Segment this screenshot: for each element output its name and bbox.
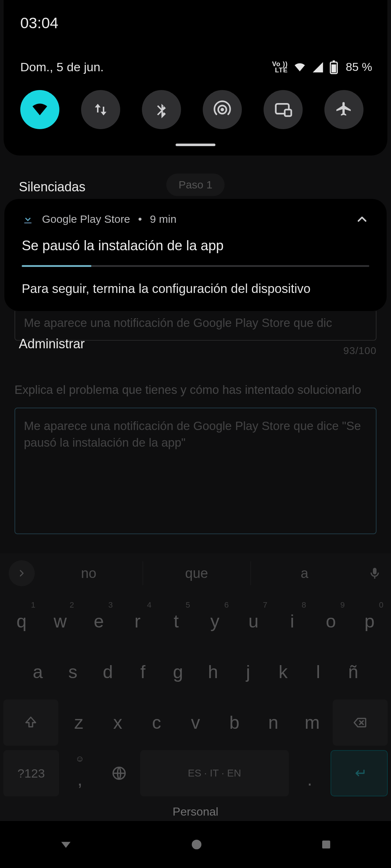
key-g[interactable]: g <box>161 649 194 695</box>
battery-icon <box>329 60 339 74</box>
nav-home-button[interactable] <box>189 837 204 852</box>
shade-drag-handle[interactable] <box>176 144 215 146</box>
expand-toolbar-button[interactable] <box>9 560 35 586</box>
key-t[interactable]: 5t <box>158 598 194 644</box>
key-o[interactable]: 9o <box>312 598 349 644</box>
notification-time: 9 min <box>150 213 176 225</box>
qs-hotspot-toggle[interactable] <box>203 90 242 129</box>
collapse-button[interactable] <box>355 212 369 226</box>
period-key[interactable]: . <box>291 750 328 796</box>
backspace-key[interactable] <box>333 699 388 746</box>
comma-emoji-key[interactable]: ☺ , <box>61 750 98 796</box>
keyboard-brand: Personal <box>0 799 391 823</box>
key-f[interactable]: f <box>126 649 159 695</box>
key-e[interactable]: 3e <box>81 598 117 644</box>
svg-rect-2 <box>322 841 330 848</box>
qs-cast-toggle[interactable] <box>264 90 303 129</box>
globe-icon <box>111 765 127 781</box>
enter-icon <box>350 766 368 780</box>
volte-icon: Vo )) LTE <box>272 61 288 73</box>
key-h[interactable]: h <box>197 649 230 695</box>
soft-keyboard: no que a 1q2w3e4r5t6y7u8i9o0p asdfghjklñ… <box>0 553 391 821</box>
svg-rect-10 <box>24 222 31 224</box>
triangle-down-icon <box>58 837 74 852</box>
nav-back-button[interactable] <box>58 837 74 852</box>
install-progress <box>22 265 369 267</box>
svg-rect-5 <box>332 64 336 72</box>
symbols-key[interactable]: ?123 <box>3 750 59 796</box>
suggestion-3[interactable]: a <box>251 553 358 593</box>
circle-icon <box>189 837 204 852</box>
key-m[interactable]: m <box>294 699 331 746</box>
airplane-icon <box>335 101 353 119</box>
qs-mobiledata-toggle[interactable] <box>81 90 120 129</box>
microphone-icon <box>367 566 382 580</box>
bluetooth-icon <box>153 101 170 118</box>
explain-textarea[interactable]: Me aparece una notificación de Google Pl… <box>14 408 377 534</box>
shift-icon <box>24 715 38 730</box>
data-icon <box>92 101 109 118</box>
notification-shade[interactable]: 03:04 Dom., 5 de jun. Vo )) LTE 85 % <box>4 0 387 156</box>
enter-key[interactable] <box>331 750 388 796</box>
manage-button[interactable]: Administrar <box>0 336 85 352</box>
wifi-icon <box>30 100 50 119</box>
key-ñ[interactable]: ñ <box>337 649 370 695</box>
battery-percent: 85 % <box>346 60 372 74</box>
svg-rect-4 <box>333 60 335 62</box>
key-z[interactable]: z <box>60 699 97 746</box>
download-icon <box>22 213 34 225</box>
key-c[interactable]: c <box>138 699 175 746</box>
step-chip: Paso 1 <box>166 174 224 196</box>
notification-title: Se pausó la instalación de la app <box>22 238 369 254</box>
backspace-icon <box>352 715 369 730</box>
key-y[interactable]: 6y <box>197 598 233 644</box>
svg-point-6 <box>220 108 224 111</box>
key-x[interactable]: x <box>99 699 136 746</box>
system-nav-bar <box>0 821 391 868</box>
notification-message: Para seguir, termina la configuración de… <box>22 281 369 296</box>
language-key[interactable] <box>101 750 138 796</box>
mic-button[interactable] <box>358 566 391 580</box>
svg-rect-9 <box>285 110 291 116</box>
silenced-header: Silenciadas <box>0 161 85 195</box>
status-date: Dom., 5 de jun. <box>20 60 104 74</box>
key-d[interactable]: d <box>92 649 125 695</box>
status-clock: 03:04 <box>4 0 387 32</box>
key-j[interactable]: j <box>232 649 265 695</box>
chevron-right-icon <box>16 568 27 579</box>
nav-recents-button[interactable] <box>319 838 333 851</box>
qs-airplane-toggle[interactable] <box>324 90 363 129</box>
key-u[interactable]: 7u <box>235 598 272 644</box>
notification-card[interactable]: Google Play Store • 9 min Se pausó la in… <box>4 199 387 311</box>
key-i[interactable]: 8i <box>274 598 311 644</box>
explain-label: Explica el problema que tienes y cómo ha… <box>14 382 377 398</box>
notification-app-name: Google Play Store <box>42 213 130 225</box>
qs-wifi-toggle[interactable] <box>20 90 59 129</box>
key-v[interactable]: v <box>177 699 214 746</box>
key-k[interactable]: k <box>267 649 300 695</box>
square-icon <box>319 838 333 851</box>
key-r[interactable]: 4r <box>119 598 156 644</box>
key-a[interactable]: a <box>21 649 54 695</box>
qs-bluetooth-toggle[interactable] <box>142 90 181 129</box>
signal-icon <box>312 61 324 73</box>
shift-key[interactable] <box>3 699 58 746</box>
wifi-icon <box>293 61 307 73</box>
suggestion-2[interactable]: que <box>143 553 251 593</box>
key-q[interactable]: 1q <box>3 598 40 644</box>
key-p[interactable]: 0p <box>351 598 388 644</box>
hotspot-icon <box>213 100 232 119</box>
space-key[interactable]: ES · IT · EN <box>140 750 289 796</box>
key-l[interactable]: l <box>302 649 335 695</box>
key-n[interactable]: n <box>255 699 291 746</box>
key-w[interactable]: 2w <box>42 598 79 644</box>
key-s[interactable]: s <box>56 649 89 695</box>
suggestion-1[interactable]: no <box>35 553 143 593</box>
status-icons: Vo )) LTE 85 % <box>272 60 372 74</box>
key-b[interactable]: b <box>216 699 253 746</box>
cast-icon <box>273 100 293 119</box>
svg-point-1 <box>192 840 202 850</box>
chevron-up-icon <box>355 212 369 226</box>
